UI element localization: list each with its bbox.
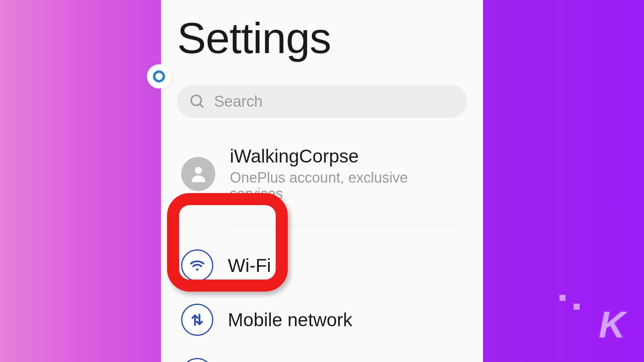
settings-item-label: Mobile network: [228, 309, 352, 331]
search-icon: [189, 93, 205, 109]
account-row[interactable]: iWalkingCorpse OnePlus account, exclusiv…: [161, 118, 483, 202]
account-text-block: iWalkingCorpse OnePlus account, exclusiv…: [230, 146, 463, 202]
svg-point-2: [195, 167, 202, 174]
settings-item-bluetooth[interactable]: Bluetooth: [161, 347, 483, 362]
search-input[interactable]: [214, 93, 455, 110]
settings-item-wifi[interactable]: Wi-Fi: [161, 238, 483, 292]
svg-line-1: [200, 104, 203, 107]
settings-item-mobile-network[interactable]: Mobile network: [161, 292, 483, 347]
avatar: [181, 157, 215, 191]
bluetooth-icon: [181, 358, 213, 362]
person-icon: [188, 164, 208, 184]
search-bar[interactable]: [177, 85, 467, 118]
account-name: iWalkingCorpse: [230, 146, 463, 167]
svg-point-0: [191, 95, 201, 105]
account-subtitle: OnePlus account, exclusive services: [230, 170, 463, 202]
watermark-dots: [559, 295, 580, 310]
page-title: Settings: [161, 0, 483, 61]
wifi-icon: [181, 249, 213, 282]
section-divider: [225, 226, 463, 226]
svg-point-3: [196, 268, 198, 271]
assistive-bubble-icon: [153, 70, 165, 82]
settings-panel: Settings iWalkingCorpse OnePlus account,…: [161, 0, 483, 362]
settings-item-label: Wi-Fi: [228, 255, 271, 276]
assistive-bubble[interactable]: [147, 64, 171, 88]
watermark-logo: K: [599, 304, 624, 346]
mobile-network-icon: [181, 304, 213, 336]
